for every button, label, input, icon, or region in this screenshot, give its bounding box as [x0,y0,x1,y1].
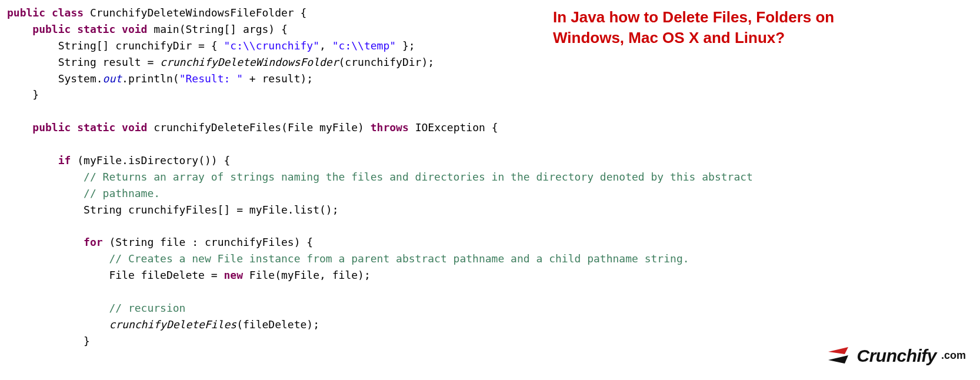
code-token: for [84,236,103,248]
code-token: new [224,269,243,281]
code-token: "Result: " [179,72,243,85]
crunchify-logo: Crunchify .com [825,342,966,370]
code-token: crunchifyDeleteFiles(File myFile) [147,121,370,134]
code-token: }; [396,39,415,52]
code-token: File fileDelete = [7,269,224,281]
code-token: File(myFile, file); [243,269,371,281]
code-token: class [52,6,84,19]
code-token: // recursion [109,302,185,314]
code-token: (fileDelete); [236,318,319,331]
crunchify-logo-icon [825,346,852,366]
code-token: "c:\\temp" [332,39,396,52]
code-token [115,23,122,35]
code-token: (String file : crunchifyFiles) { [103,236,314,248]
code-token: + result); [243,72,313,85]
logo-brand-text: Crunchify [856,342,936,370]
title-line-1: In Java how to Delete Files, Folders on [553,7,968,28]
code-token: public [32,121,71,134]
code-token: out [103,72,122,85]
code-token: } [7,88,39,101]
code-token [7,23,32,35]
code-token: } [7,335,90,347]
code-snippet: public class CrunchifyDeleteWindowsFileF… [7,5,973,349]
code-token: if [58,154,71,166]
code-token: static [77,121,115,134]
code-token: .println( [122,72,179,85]
code-token: void [122,23,147,35]
code-token: CrunchifyDeleteWindowsFileFolder { [84,6,306,19]
article-title: In Java how to Delete Files, Folders on … [553,7,968,48]
code-token [7,252,109,265]
code-token: // pathname. [84,187,160,199]
code-token: (crunchifyDir); [339,56,435,68]
code-token: void [122,121,147,134]
code-token [45,6,52,19]
code-token: static [77,23,115,35]
code-token [7,154,58,166]
code-token: public [32,23,71,35]
code-token: public [7,6,45,19]
code-token [71,121,77,134]
code-token [7,171,84,183]
code-token: throws [371,121,409,134]
code-token [7,318,109,331]
logo-suffix: .com [941,348,966,364]
code-token: (myFile.isDirectory()) { [71,154,230,166]
code-token: main(String[] args) { [147,23,287,35]
code-token: crunchifyDeleteWindowsFolder [160,56,338,68]
code-token [7,121,32,134]
code-token: // Returns an array of strings naming th… [84,171,753,183]
code-token [7,302,109,314]
code-token: System. [7,72,103,85]
code-token: "c:\\crunchify" [224,39,319,52]
code-token [115,121,122,134]
code-token: , [319,39,332,52]
code-token [7,236,84,248]
code-token: String[] crunchifyDir = { [7,39,224,52]
code-token: String crunchifyFiles[] = myFile.list(); [7,204,339,216]
code-token: String result = [7,56,160,68]
code-token [7,187,84,199]
title-line-2: Windows, Mac OS X and Linux? [553,28,968,48]
code-token: crunchifyDeleteFiles [109,318,236,331]
code-token: // Creates a new File instance from a pa… [109,252,689,265]
code-token [71,23,77,35]
code-token: IOException { [409,121,498,134]
